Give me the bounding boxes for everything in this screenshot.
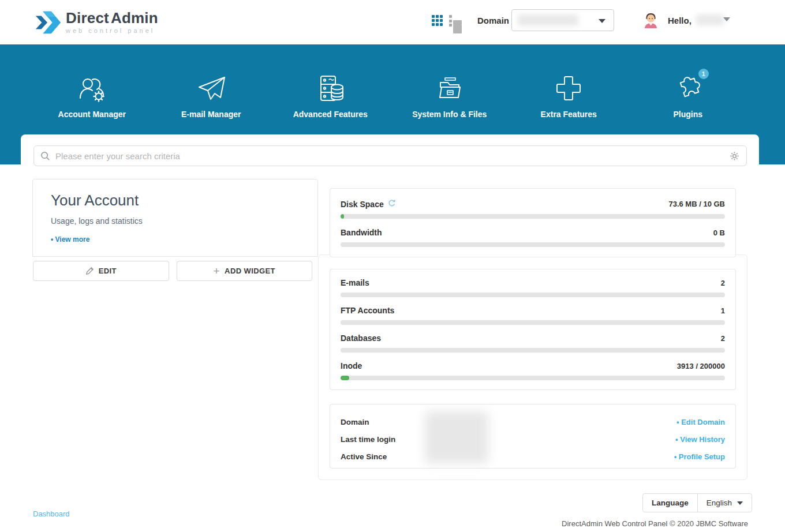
widget-button-row: EDIT + ADD WIDGET bbox=[33, 261, 312, 281]
folder-files-icon bbox=[433, 72, 466, 104]
bandwidth-progress bbox=[341, 242, 725, 247]
view-more-link[interactable]: View more bbox=[51, 235, 89, 243]
paper-plane-icon bbox=[195, 72, 227, 104]
inode-value: 3913 / 200000 bbox=[677, 362, 725, 370]
grid-view-icon[interactable] bbox=[432, 15, 443, 27]
emails-progress bbox=[341, 293, 725, 297]
nav-label: Plugins bbox=[673, 110, 702, 119]
logo-chevrons-icon bbox=[33, 8, 62, 36]
domain-values-blurred bbox=[425, 411, 488, 463]
profile-setup-link[interactable]: Profile Setup bbox=[674, 452, 725, 461]
top-header: DirectAdmin web control panel Domain bbox=[0, 0, 785, 44]
username-blurred bbox=[696, 14, 724, 25]
bandwidth-label: Bandwidth bbox=[341, 228, 382, 237]
user-menu-chevron-icon[interactable] bbox=[723, 17, 730, 21]
plus-icon bbox=[552, 72, 585, 104]
nav-label: System Info & Files bbox=[412, 110, 487, 119]
disk-space-progress bbox=[341, 214, 725, 219]
greeting-text: Hello, bbox=[668, 16, 691, 25]
disk-space-value: 73.6 MB / 10 GB bbox=[668, 200, 725, 208]
inode-progress bbox=[341, 376, 725, 380]
search-icon bbox=[40, 151, 50, 161]
nav-label: E-mail Manager bbox=[181, 110, 241, 119]
ftp-accounts-value: 1 bbox=[721, 306, 725, 315]
emails-label: E-mails bbox=[341, 278, 369, 287]
pencil-icon bbox=[85, 267, 94, 275]
chevron-down-icon bbox=[737, 501, 743, 505]
language-dropdown[interactable]: English bbox=[698, 494, 752, 512]
nav-label: Advanced Features bbox=[293, 110, 368, 119]
directadmin-logo[interactable]: DirectAdmin web control panel bbox=[33, 8, 158, 36]
disk-bandwidth-card: Disk Space 73.6 MB / 10 GB Bandwidth 0 B bbox=[330, 188, 736, 257]
directadmin-dashboard: DirectAdmin web control panel Domain bbox=[0, 0, 785, 532]
refresh-icon[interactable] bbox=[388, 199, 396, 209]
databases-label: Databases bbox=[341, 334, 381, 343]
bandwidth-value: 0 B bbox=[713, 228, 725, 237]
databases-value: 2 bbox=[721, 334, 725, 343]
view-history-link[interactable]: View History bbox=[675, 435, 725, 444]
domain-label: Domain bbox=[477, 16, 509, 25]
databases-progress bbox=[341, 348, 725, 353]
server-database-icon bbox=[314, 72, 346, 104]
page-title: Your Account bbox=[51, 192, 317, 209]
plugins-badge: 1 bbox=[698, 69, 709, 79]
inode-label: Inode bbox=[341, 361, 362, 370]
domain-dropdown[interactable] bbox=[511, 9, 614, 31]
avatar[interactable] bbox=[642, 11, 660, 29]
logo-title: DirectAdmin bbox=[66, 10, 158, 25]
search-bar bbox=[33, 145, 747, 166]
nav-label: Account Manager bbox=[58, 110, 126, 119]
users-gear-icon bbox=[76, 72, 108, 104]
chevron-down-icon bbox=[599, 19, 605, 23]
language-selector: Language English bbox=[642, 493, 752, 512]
ftp-progress bbox=[341, 320, 725, 325]
your-account-card: Your Account Usage, logs and statistics … bbox=[32, 179, 318, 257]
account-subtitle: Usage, logs and statistics bbox=[51, 216, 317, 226]
search-input[interactable] bbox=[55, 151, 730, 161]
view-toggle bbox=[432, 15, 462, 27]
logo-subtitle: web control panel bbox=[66, 27, 158, 34]
add-widget-button[interactable]: + ADD WIDGET bbox=[177, 261, 313, 281]
edit-domain-link[interactable]: Edit Domain bbox=[676, 418, 725, 426]
dashboard-link[interactable]: Dashboard bbox=[33, 509, 70, 518]
search-settings-gear-icon[interactable] bbox=[730, 151, 739, 161]
emails-value: 2 bbox=[721, 279, 725, 287]
copyright-text: DirectAdmin Web Control Panel © 2020 JBM… bbox=[562, 519, 748, 528]
nav-label: Extra Features bbox=[541, 110, 597, 119]
account-stats-card: E-mails 2 FTP Accounts 1 Databases 2 Ino… bbox=[330, 269, 736, 390]
language-label: Language bbox=[643, 494, 698, 512]
disk-space-label: Disk Space bbox=[341, 200, 384, 209]
domain-value-blurred bbox=[518, 14, 578, 26]
list-view-icon[interactable] bbox=[449, 15, 462, 27]
domain-info-card: Domain Edit Domain Last time login View … bbox=[330, 404, 736, 469]
plus-icon: + bbox=[214, 267, 220, 275]
ftp-accounts-label: FTP Accounts bbox=[341, 306, 394, 315]
edit-button[interactable]: EDIT bbox=[33, 261, 169, 281]
